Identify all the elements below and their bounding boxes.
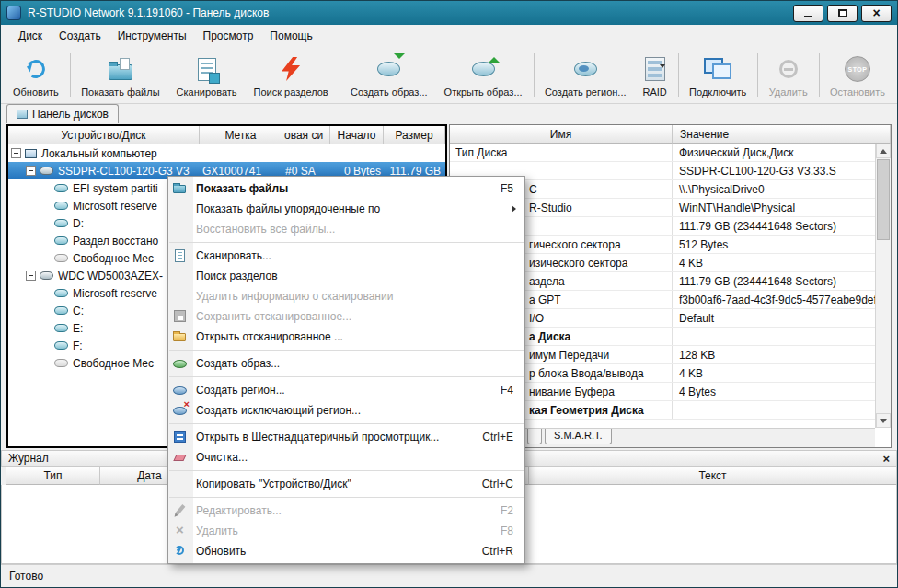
tab-smart[interactable]: S.M.A.R.T. [545, 429, 612, 444]
scan-icon [175, 249, 185, 262]
open-folder-icon [173, 333, 186, 341]
partition-icon [54, 306, 68, 315]
create-region-icon [173, 386, 187, 395]
partition-icon [54, 184, 68, 192]
computer-icon [25, 149, 37, 158]
scroll-up-button[interactable] [876, 144, 891, 158]
column-header-device[interactable]: Устройство/Диск [8, 126, 200, 144]
toolbar-button-raid[interactable]: RAID [636, 49, 674, 101]
toolbar-button-create-region[interactable]: Создать регион... [537, 49, 634, 101]
device-label: Свободное Мес [73, 357, 154, 370]
menu-create[interactable]: Создать [51, 27, 109, 45]
create-exclusive-region-icon [173, 407, 187, 415]
menu-item-open-hex-viewer[interactable]: Открыть в Шестнадцатеричный просмотрщик.… [168, 427, 524, 447]
raid-icon [645, 57, 665, 81]
menu-item-show-files[interactable]: Показать файлы F5 [168, 179, 524, 199]
column-header-start[interactable]: Начало [330, 126, 384, 144]
toolbar-label: Создать образ... [351, 86, 428, 98]
app-logo-icon [6, 6, 21, 20]
toolbar-button-refresh[interactable]: Обновить [6, 49, 66, 101]
toolbar: Обновить Показать файлы Сканировать Поис… [1, 47, 897, 104]
scroll-down-button[interactable] [876, 413, 891, 428]
menu-item-show-files-sorted-by[interactable]: Показать файлы упорядоченные по [168, 199, 524, 219]
menu-item-refresh[interactable]: Обновить Ctrl+R [168, 541, 524, 561]
menu-item-scan[interactable]: Сканировать... [168, 246, 524, 266]
toolbar-button-open-image[interactable]: Открыть образ... [437, 49, 530, 101]
toolbar-button-create-image[interactable]: Создать образ... [343, 49, 435, 101]
menu-item-create-region[interactable]: Создать регион... F4 [168, 380, 524, 400]
collapse-expander-icon[interactable] [26, 166, 36, 176]
status-bar: Готово [1, 564, 897, 587]
delete-icon [779, 60, 798, 78]
menu-item-create-exclusive-region[interactable]: Создать исключающий регион... [168, 400, 524, 421]
collapse-expander-icon[interactable] [26, 271, 36, 281]
menu-separator [169, 423, 524, 424]
column-header-value[interactable]: Значение [673, 125, 891, 144]
device-label: C: [73, 305, 84, 317]
minimize-button[interactable] [793, 5, 823, 22]
menu-separator [169, 470, 524, 471]
folder-icon [173, 185, 186, 193]
menu-disk[interactable]: Диск [10, 27, 51, 45]
toolbar-button-stop: STOP Остановить [823, 49, 892, 101]
menu-item-edit: Редактировать... F2 [168, 501, 524, 521]
device-label: E: [73, 322, 83, 335]
create-image-icon [377, 62, 400, 76]
device-label: D: [73, 217, 84, 230]
toolbar-button-search-partitions[interactable]: Поиск разделов [247, 49, 336, 101]
menu-tools[interactable]: Инструменты [109, 27, 195, 45]
device-label: Локальный компьютер [41, 147, 157, 160]
column-header-name[interactable]: Имя [450, 125, 673, 144]
menu-item-search-partitions[interactable]: Поиск разделов [168, 266, 524, 286]
scroll-up-icon [880, 149, 887, 154]
toolbar-button-connect[interactable]: Подключить [682, 49, 754, 101]
raid-dropdown-arrow-icon[interactable] [660, 64, 665, 68]
menu-item-erase[interactable]: Очистка... [168, 447, 524, 467]
tab-label: Панель дисков [32, 108, 109, 121]
collapse-expander-icon[interactable] [11, 148, 21, 158]
submenu-arrow-icon [512, 205, 516, 213]
column-header-text[interactable]: Текст [529, 467, 897, 485]
maximize-icon [838, 9, 847, 17]
create-image-icon [173, 360, 187, 368]
close-button[interactable] [861, 5, 892, 22]
save-icon [174, 310, 186, 322]
toolbar-label: Удалить [769, 86, 808, 98]
tree-row-local-computer[interactable]: Локальный компьютер [8, 144, 445, 162]
window-title: R-STUDIO Network 9.1.191060 - Панель дис… [28, 6, 269, 19]
device-label: Microsoft reserve [73, 200, 157, 213]
menu-item-create-image[interactable]: Создать образ... [168, 353, 524, 374]
menu-bar: Диск Создать Инструменты Просмотр Помощь [1, 25, 897, 47]
toolbar-label: RAID [643, 86, 667, 98]
tab-properties[interactable] [527, 429, 542, 444]
prop-row-disk-type: Тип Диска Физический Диск,Диск [450, 144, 891, 162]
scrollbar-thumb[interactable] [877, 159, 890, 240]
connect-icon [704, 58, 731, 80]
partition-icon [54, 219, 68, 227]
stop-icon: STOP [845, 56, 870, 82]
log-close-icon[interactable] [882, 453, 890, 465]
maximize-button[interactable] [827, 5, 858, 22]
disk-icon [40, 167, 53, 175]
scan-icon [198, 58, 216, 81]
column-header-size[interactable]: Размер [384, 126, 445, 144]
partition-icon [54, 341, 68, 350]
tab-disk-panel[interactable]: Панель дисков [6, 104, 119, 123]
column-header-type[interactable]: Тип [6, 467, 100, 485]
partition-icon [54, 236, 68, 245]
column-header-filesystem[interactable]: овая си [282, 126, 330, 144]
menu-item-recover-all-files: Восстановить все файлы... [168, 219, 524, 239]
menu-item-open-scan-info[interactable]: Открыть отсканированное ... [168, 327, 524, 347]
close-icon [872, 6, 880, 19]
menu-item-copy-device[interactable]: Копировать "Устройство/Диск" Ctrl+C [168, 474, 524, 494]
search-partitions-icon [282, 57, 300, 81]
vertical-scrollbar[interactable] [875, 144, 891, 428]
column-header-label[interactable]: Метка [200, 126, 282, 144]
toolbar-button-show-files[interactable]: Показать файлы [74, 49, 167, 101]
menu-view[interactable]: Просмотр [195, 27, 262, 45]
tab-bar: Панель дисков [1, 104, 897, 124]
title-bar: R-STUDIO Network 9.1.191060 - Панель дис… [1, 1, 897, 25]
menu-help[interactable]: Помощь [261, 27, 320, 45]
toolbar-button-scan[interactable]: Сканировать [169, 49, 245, 101]
toolbar-label: Показать файлы [81, 86, 159, 98]
